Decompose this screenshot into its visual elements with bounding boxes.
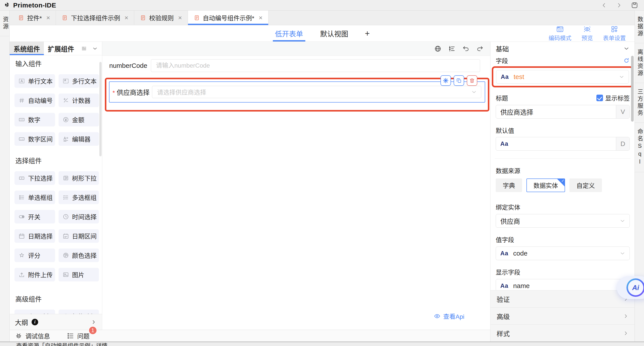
bottom-bar-item-1[interactable]: 问题1	[67, 331, 90, 340]
sidebar-tab-1[interactable]: 扩展组件	[44, 42, 78, 55]
date-icon	[18, 233, 25, 239]
component-card[interactable]: 树形下拉	[58, 171, 99, 185]
close-icon[interactable]: ×	[46, 15, 50, 21]
code-mode-button[interactable]: 编码模式	[548, 25, 572, 42]
supplier-select[interactable]: 请选择供应商选择	[152, 86, 481, 98]
copy-button[interactable]	[454, 75, 464, 86]
default-suffix-button[interactable]: D	[616, 137, 630, 150]
value-field-select[interactable]: Aa code	[496, 246, 630, 260]
right-strip-item-1[interactable]: 离线资源	[635, 43, 644, 83]
component-card[interactable]: 金额	[58, 113, 99, 126]
component-card[interactable]: 1~3数字区间	[14, 132, 55, 146]
redo-icon[interactable]	[476, 45, 484, 53]
component-card[interactable]: 单选框组	[14, 191, 55, 204]
editor-tab-3[interactable]: 自动编号组件示例*×	[188, 11, 268, 25]
view-tab-1[interactable]: 默认视图	[318, 25, 350, 42]
field-row-numbercode[interactable]: numberCode	[109, 59, 480, 72]
right-strip-item-0[interactable]: 数据源	[635, 11, 644, 43]
annotation-highlight-canvas: *供应商选择 请选择供应商选择	[105, 78, 489, 112]
select-icon	[18, 175, 25, 181]
component-card[interactable]: 自动编号	[14, 94, 55, 107]
display-field-select[interactable]: Aa name	[496, 279, 630, 290]
collapsed-section-1[interactable]: 高级	[490, 307, 634, 324]
chevron-down-icon[interactable]	[92, 46, 98, 52]
component-card[interactable]: 日期区间	[58, 229, 99, 243]
component-card[interactable]: 颜色选择	[58, 248, 99, 262]
outline-toggle[interactable]: 大纲 i	[10, 314, 102, 330]
close-icon[interactable]: ×	[258, 15, 262, 21]
close-icon[interactable]: ×	[178, 15, 182, 21]
component-card[interactable]: 123数字	[14, 113, 55, 126]
history-back-icon[interactable]	[601, 2, 607, 8]
component-card[interactable]: 附件上传	[14, 268, 55, 281]
chevron-down-icon	[620, 250, 626, 256]
component-card[interactable]: 下拉选择	[14, 171, 55, 185]
preview-button[interactable]: 预览	[582, 25, 593, 42]
component-card[interactable]: 日期选择	[14, 229, 55, 243]
bind-entity-select[interactable]: 供应商	[496, 214, 630, 228]
component-card[interactable]: 人员选择	[14, 309, 55, 314]
component-card[interactable]: 图片	[58, 268, 99, 281]
right-strip-item-2[interactable]: 三方服务	[635, 83, 644, 123]
component-card[interactable]: 编辑器	[58, 132, 99, 146]
hamburger-icon[interactable]	[81, 46, 87, 51]
form-settings-icon	[610, 25, 618, 33]
datasource-option-2[interactable]: 自定义	[570, 178, 602, 192]
undo-icon[interactable]	[462, 45, 470, 53]
datasource-option-1[interactable]: 数据实体	[526, 178, 565, 192]
scrollbar-thumb[interactable]	[99, 62, 102, 156]
tab-label: 下拉选择组件示例	[71, 14, 120, 22]
close-icon[interactable]: ×	[124, 15, 128, 21]
left-strip-item-0[interactable]: 资源	[0, 11, 10, 36]
bottom-bar-item-0[interactable]: 调试信息	[15, 331, 50, 340]
component-card[interactable]: 评分	[14, 248, 55, 262]
numbercode-input[interactable]	[151, 59, 480, 72]
history-forward-icon[interactable]	[616, 2, 622, 8]
add-view-button[interactable]: +	[363, 29, 371, 38]
trash-button[interactable]	[467, 75, 477, 86]
scrollbar-thumb[interactable]	[631, 56, 634, 122]
editor-tab-0[interactable]: 控件*×	[12, 11, 56, 25]
form-canvas: numberCode *供应商选择 请选择供应商选择	[102, 42, 490, 330]
datasource-option-0[interactable]: 字典	[496, 178, 522, 192]
chevron-down-icon	[620, 218, 626, 224]
selected-widget-supplier[interactable]: *供应商选择 请选择供应商选择	[109, 82, 485, 103]
gear-button[interactable]	[440, 75, 451, 86]
variable-suffix-button[interactable]: V	[616, 105, 630, 118]
ai-assistant-button[interactable]: Ai	[626, 278, 644, 297]
checkbox-checked-icon[interactable]	[596, 95, 603, 101]
rate-icon	[18, 252, 25, 259]
view-toolbar: 低开表单默认视图+ 编码模式预览表单设置	[10, 25, 634, 42]
collapsed-section-2[interactable]: 样式	[490, 324, 634, 341]
component-card[interactable]: 单行文本	[14, 74, 55, 88]
component-card[interactable]: 开关	[14, 210, 55, 223]
save-icon[interactable]	[631, 2, 638, 9]
collapsed-section-0[interactable]: 验证	[490, 290, 634, 307]
editor-tabbar: 控件*×下拉选择组件示例×校验规则×自动编号组件示例*×	[10, 11, 634, 25]
component-card[interactable]: 机构选择	[58, 309, 99, 314]
component-card[interactable]: 时间选择	[58, 210, 99, 223]
doc-icon	[62, 15, 68, 21]
title-input[interactable]	[496, 105, 616, 118]
view-api-link[interactable]: 查看Api	[434, 312, 464, 320]
type-badge: Aa	[500, 282, 508, 289]
editor-tab-1[interactable]: 下拉选择组件示例×	[56, 11, 134, 25]
component-card[interactable]: 多选框组	[58, 191, 99, 204]
code-icon	[556, 25, 564, 33]
component-card[interactable]: 多行文本	[58, 74, 99, 88]
inspector-header[interactable]: 基础	[496, 42, 630, 55]
right-strip-item-3[interactable]: 命名Sql	[635, 123, 644, 172]
default-value-input[interactable]	[496, 137, 616, 150]
show-label-toggle[interactable]: 显示标签	[596, 94, 630, 102]
refresh-icon[interactable]	[623, 57, 630, 64]
form-settings-button[interactable]: 表单设置	[603, 25, 626, 42]
field-select[interactable]: Aa test	[496, 70, 629, 84]
default-value-label: 默认值	[496, 126, 630, 135]
component-card[interactable]: 计数器	[58, 94, 99, 107]
globe-icon[interactable]	[434, 45, 442, 53]
view-tab-0[interactable]: 低开表单	[273, 25, 305, 42]
sidebar-tab-0[interactable]: 系统组件	[10, 42, 44, 55]
outline-tree-icon[interactable]	[448, 45, 456, 53]
editor-tab-2[interactable]: 校验规则×	[134, 11, 188, 25]
chevron-right-icon	[623, 313, 629, 319]
